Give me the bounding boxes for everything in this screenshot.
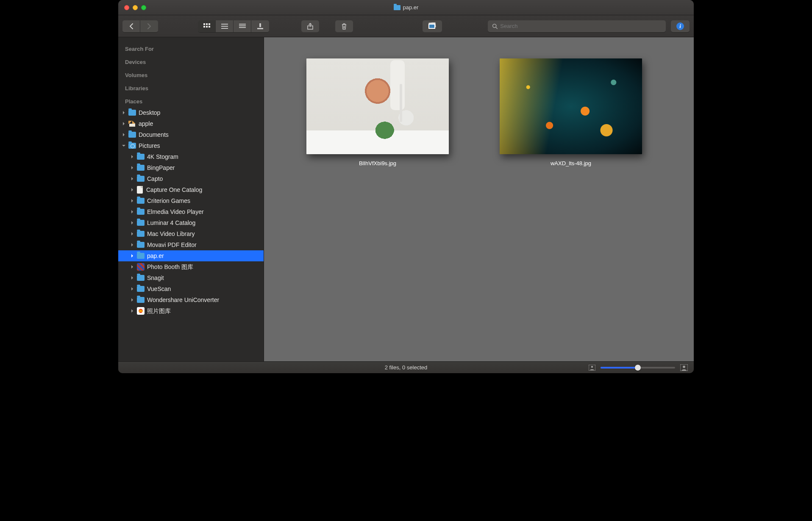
chevron-right-icon[interactable] — [122, 122, 126, 126]
forward-button[interactable] — [140, 20, 158, 32]
person-small-icon[interactable] — [589, 365, 595, 371]
share-button[interactable] — [301, 20, 319, 32]
sidebar-item-label: Movavi PDF Editor — [147, 241, 197, 249]
sidebar-header-devices[interactable]: Devices — [118, 55, 264, 68]
sidebar-item-label: Mac Video Library — [147, 230, 195, 238]
sidebar-places-list: DesktopappleDocumentsPictures4K StogramB… — [118, 107, 264, 316]
sidebar-item-movavi-pdf-editor[interactable]: Movavi PDF Editor — [118, 239, 264, 250]
sidebar-item-label: 照片图库 — [147, 307, 171, 315]
traffic-lights — [124, 5, 146, 10]
view-columns-button[interactable] — [234, 20, 251, 32]
icon-size-slider[interactable] — [601, 367, 675, 369]
sidebar-item-bingpaper[interactable]: BingPaper — [118, 162, 264, 173]
sidebar-item-vuescan[interactable]: VueScan — [118, 283, 264, 294]
chevron-right-icon[interactable] — [130, 155, 134, 159]
file-name-label[interactable]: wAXD_lts-48.jpg — [551, 160, 591, 166]
folder-icon — [137, 275, 145, 281]
sidebar-item-label: Pictures — [139, 141, 160, 150]
chevron-right-icon[interactable] — [130, 243, 134, 247]
folder-icon — [137, 198, 145, 204]
file-name-label[interactable]: BlIhVfXbi9s.jpg — [359, 160, 396, 166]
svg-rect-1 — [206, 23, 208, 25]
finder-window: pap.er — [118, 0, 694, 373]
sidebar-item-label: Criterion Games — [147, 197, 190, 205]
sidebar-item-pictures[interactable]: Pictures — [118, 140, 264, 151]
folder-icon — [128, 110, 136, 116]
sidebar-item-label: Capto — [147, 175, 163, 183]
window-title-text: pap.er — [403, 4, 419, 11]
chevron-right-icon[interactable] — [130, 265, 134, 269]
chevron-right-icon[interactable] — [130, 232, 134, 236]
sidebar-item-mac-video-library[interactable]: Mac Video Library — [118, 228, 264, 239]
sidebar-item-capto[interactable]: Capto — [118, 173, 264, 184]
app-icon — [137, 263, 145, 271]
svg-rect-5 — [209, 26, 210, 28]
chevron-right-icon[interactable] — [122, 111, 126, 115]
sidebar-item-apple[interactable]: apple — [118, 118, 264, 129]
search-icon — [492, 23, 498, 29]
photos-button[interactable] — [423, 20, 442, 32]
sidebar-item-criterion-games[interactable]: Criterion Games — [118, 195, 264, 206]
sidebar-header-search-for[interactable]: Search For — [118, 42, 264, 55]
chevron-right-icon[interactable] — [130, 188, 134, 192]
sidebar-item-pap-er[interactable]: pap.er — [118, 250, 264, 261]
sidebar-item-wondershare-uniconverter[interactable]: Wondershare UniConverter — [118, 294, 264, 305]
sidebar-item-desktop[interactable]: Desktop — [118, 107, 264, 118]
chevron-right-icon[interactable] — [122, 133, 126, 137]
sidebar-item-label: apple — [139, 119, 153, 128]
chevron-down-icon[interactable] — [122, 144, 126, 148]
minimize-window-button[interactable] — [133, 5, 138, 10]
sidebar-item-elmedia-video-player[interactable]: Elmedia Video Player — [118, 206, 264, 217]
person-large-icon[interactable] — [680, 364, 688, 371]
svg-rect-4 — [206, 26, 208, 28]
sidebar-item-label: BingPaper — [147, 164, 175, 172]
info-button[interactable]: i — [671, 20, 690, 32]
search-field[interactable] — [488, 20, 666, 32]
sidebar[interactable]: Search For Devices Volumes Libraries Pla… — [118, 37, 264, 361]
content-area[interactable]: BlIhVfXbi9s.jpgwAXD_lts-48.jpg — [264, 37, 694, 361]
sidebar-item-label: Luminar 4 Catalog — [147, 219, 195, 227]
file-item[interactable]: BlIhVfXbi9s.jpg — [306, 58, 449, 166]
file-thumbnail[interactable] — [500, 58, 642, 154]
delete-button[interactable] — [335, 20, 353, 32]
sidebar-item-luminar-4-catalog[interactable]: Luminar 4 Catalog — [118, 217, 264, 228]
sidebar-item-label: Snagit — [147, 274, 164, 282]
sidebar-header-places[interactable]: Places — [118, 94, 264, 107]
view-gallery-button[interactable] — [251, 20, 269, 32]
chevron-right-icon[interactable] — [130, 276, 134, 280]
chevron-right-icon[interactable] — [130, 177, 134, 181]
chevron-right-icon[interactable] — [130, 287, 134, 291]
chevron-right-icon[interactable] — [130, 199, 134, 203]
slider-knob[interactable] — [635, 365, 641, 371]
pictures-folder-icon — [128, 143, 136, 149]
chevron-right-icon[interactable] — [130, 254, 134, 258]
file-thumbnail[interactable] — [306, 58, 449, 154]
sidebar-item-documents[interactable]: Documents — [118, 129, 264, 140]
sidebar-item--[interactable]: 照片图库 — [118, 305, 264, 316]
sidebar-item-4k-stogram[interactable]: 4K Stogram — [118, 151, 264, 162]
nav-buttons — [122, 20, 158, 32]
chevron-right-icon[interactable] — [130, 221, 134, 225]
chevron-right-icon[interactable] — [130, 298, 134, 302]
file-item[interactable]: wAXD_lts-48.jpg — [500, 58, 642, 166]
close-window-button[interactable] — [124, 5, 129, 10]
sidebar-item-snagit[interactable]: Snagit — [118, 272, 264, 283]
chevron-right-icon[interactable] — [130, 166, 134, 170]
search-input[interactable] — [500, 23, 662, 29]
sidebar-item-label: Documents — [139, 130, 169, 139]
chevron-right-icon[interactable] — [130, 309, 134, 313]
sidebar-header-volumes[interactable]: Volumes — [118, 68, 264, 81]
sidebar-header-libraries[interactable]: Libraries — [118, 81, 264, 94]
chevron-right-icon[interactable] — [130, 210, 134, 214]
folder-icon — [137, 297, 145, 303]
sidebar-item-capture-one-catalog[interactable]: Capture One Catalog — [118, 184, 264, 195]
window-body: Search For Devices Volumes Libraries Pla… — [118, 37, 694, 361]
back-button[interactable] — [122, 20, 140, 32]
view-list-button[interactable] — [216, 20, 234, 32]
folder-icon — [137, 209, 145, 215]
info-icon: i — [676, 22, 684, 30]
maximize-window-button[interactable] — [141, 5, 146, 10]
sidebar-item-photo-booth-[interactable]: Photo Booth 图库 — [118, 261, 264, 272]
svg-point-21 — [591, 366, 593, 367]
view-icons-button[interactable] — [198, 20, 216, 32]
